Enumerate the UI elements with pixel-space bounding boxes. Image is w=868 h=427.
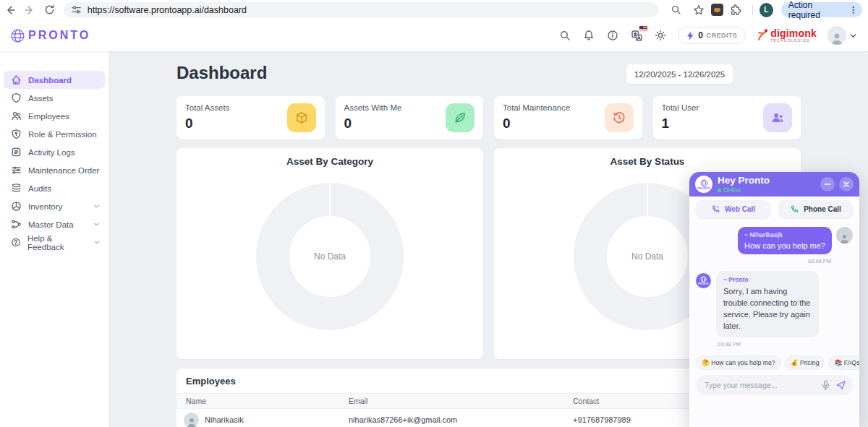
- search-icon[interactable]: [558, 29, 571, 42]
- chat-title: Hey Pronto: [718, 176, 770, 186]
- user-chat-avatar: [836, 227, 853, 243]
- history-clock-icon: [605, 103, 634, 132]
- log-list-icon: [11, 147, 22, 158]
- bot-bubble: ~ Pronto Sorry, I am having trouble conn…: [716, 271, 819, 337]
- chevron-down-icon[interactable]: [93, 202, 101, 210]
- close-icon[interactable]: [839, 177, 854, 191]
- date-range-picker[interactable]: 12/20/2025 - 12/26/2025: [626, 64, 733, 84]
- sidebar-item-activity-logs[interactable]: Activity Logs: [4, 143, 105, 161]
- pinned-extension-icon[interactable]: [711, 4, 723, 16]
- screen: https://software.prontoapp.ai/dashboard …: [0, 0, 868, 427]
- url-bar[interactable]: https://software.prontoapp.ai/dashboard: [64, 2, 659, 17]
- digimonk-sub: TECHNOLOGIES: [770, 40, 817, 43]
- browser-profile-avatar[interactable]: L: [760, 3, 773, 17]
- digimonk-name: digimonk: [770, 28, 817, 38]
- info-icon[interactable]: [606, 29, 619, 42]
- sidebar-item-maintenance-order[interactable]: Maintenance Order: [4, 161, 105, 179]
- sidebar-item-help-feedback[interactable]: Help & Feedback: [4, 233, 105, 251]
- stat-card-total-assets: Total Assets 0: [176, 96, 325, 139]
- sidebar-item-label: Activity Logs: [28, 148, 75, 157]
- chart-title: Asset By Category: [176, 148, 483, 167]
- sidebar-item-dashboard[interactable]: Dashboard: [4, 71, 105, 89]
- digimonk-logo: digimonk TECHNOLOGIES: [757, 28, 817, 43]
- column-header-name: Name: [176, 397, 349, 405]
- phone-call-button[interactable]: Phone Call: [778, 200, 853, 218]
- quick-reply-chip[interactable]: 💰 Pricing: [785, 355, 825, 370]
- quick-reply-chip[interactable]: 🤔 How can you help me?: [696, 355, 781, 370]
- browser-actions: L Action required: [666, 0, 868, 20]
- sidebar-item-audits[interactable]: Audits: [4, 179, 105, 197]
- web-call-button[interactable]: Web Call: [696, 200, 770, 218]
- back-button[interactable]: [0, 0, 20, 20]
- users-icon: [763, 103, 792, 132]
- chat-messages: ~ Niharikasjk How can you help me? 03:48…: [689, 221, 859, 348]
- chat-status: Online: [718, 187, 770, 194]
- url-text[interactable]: https://software.prontoapp.ai/dashboard: [88, 5, 247, 15]
- sidebar-item-master-data[interactable]: Master Data: [4, 215, 105, 233]
- chat-widget: PRONTO Hey Pronto Online: [689, 172, 859, 427]
- bookmark-star-icon[interactable]: [689, 0, 708, 20]
- sidebar-item-label: Maintenance Order: [28, 166, 99, 175]
- leaf-icon: [446, 103, 475, 132]
- sidebar-item-role-permission[interactable]: Role & Permission: [4, 125, 105, 143]
- home-icon: [11, 74, 22, 85]
- chevron-down-icon[interactable]: [93, 238, 101, 246]
- reload-button[interactable]: [39, 0, 59, 20]
- mic-icon[interactable]: [822, 380, 830, 390]
- sidebar-item-employees[interactable]: Employees: [4, 107, 105, 125]
- chat-logo-text: PRONTO: [697, 187, 710, 190]
- message-time: 03:48 PM: [718, 341, 819, 348]
- bolt-icon: [686, 31, 694, 40]
- kebab-menu-icon[interactable]: [849, 5, 858, 15]
- message-time: 03:48 PM: [696, 258, 831, 264]
- us-flag-badge: [639, 26, 647, 31]
- search-tabs-icon[interactable]: [666, 0, 686, 20]
- credits-pill[interactable]: 0 CREDITS: [678, 27, 746, 44]
- language-translate-icon[interactable]: [630, 29, 643, 42]
- sidebar-item-assets[interactable]: Assets: [4, 89, 105, 107]
- pronto-chat-logo: PRONTO: [695, 176, 712, 193]
- stat-card-total-user: Total User 1: [653, 96, 801, 139]
- bot-avatar-text: PRONTO: [698, 282, 709, 285]
- employee-name: Niharikasik: [205, 415, 244, 424]
- git-branch-icon: [11, 219, 22, 230]
- package-icon: [11, 201, 22, 212]
- online-label: Online: [723, 187, 741, 194]
- sidebar-item-label: Inventory: [28, 202, 62, 211]
- badge-shield-icon: [11, 129, 22, 139]
- theme-toggle-sun-icon[interactable]: [654, 29, 667, 42]
- sliders-icon: [11, 165, 22, 176]
- employee-email: niharikas87266+ik@gmail.com: [349, 415, 573, 424]
- site-settings-icon[interactable]: [71, 4, 82, 15]
- action-required-chip[interactable]: Action required: [781, 2, 862, 17]
- forward-button[interactable]: [20, 0, 39, 20]
- chat-message-input[interactable]: [705, 381, 816, 389]
- user-message: ~ Niharikasjk How can you help me?: [696, 227, 853, 254]
- users-icon: [11, 111, 22, 121]
- user-avatar[interactable]: [827, 26, 846, 45]
- stats-row: Total Assets 0 Assets With Me 0 Total Ma…: [176, 96, 801, 139]
- minimize-button[interactable]: [820, 177, 835, 191]
- digimonk-icon: [757, 28, 769, 42]
- credits-count: 0: [698, 30, 703, 40]
- chevron-down-icon[interactable]: [93, 220, 101, 228]
- quick-reply-chip[interactable]: 📚 FAQs: [828, 355, 859, 370]
- layers-icon: [11, 183, 22, 194]
- browser-toolbar: https://software.prontoapp.ai/dashboard …: [0, 0, 868, 20]
- pronto-logo[interactable]: PRONTO: [10, 28, 90, 43]
- sidebar-item-inventory[interactable]: Inventory: [4, 197, 105, 215]
- send-icon[interactable]: [835, 380, 846, 390]
- sidebar-item-label: Employees: [28, 112, 69, 121]
- credits-label: CREDITS: [707, 32, 737, 39]
- chevron-down-icon[interactable]: [848, 31, 858, 40]
- message-text: Sorry, I am having trouble connecting to…: [723, 286, 812, 332]
- user-menu[interactable]: [827, 26, 858, 45]
- chart-title: Asset By Status: [494, 148, 801, 167]
- extensions-puzzle-icon[interactable]: [726, 0, 746, 20]
- phone-call-label: Phone Call: [804, 205, 841, 213]
- bot-message: PRONTO ~ Pronto Sorry, I am having troub…: [696, 271, 853, 348]
- message-sender: ~ Pronto: [723, 276, 812, 283]
- box-icon: [287, 103, 316, 132]
- notifications-bell-icon[interactable]: [582, 29, 595, 42]
- sidebar-item-label: Master Data: [28, 220, 74, 229]
